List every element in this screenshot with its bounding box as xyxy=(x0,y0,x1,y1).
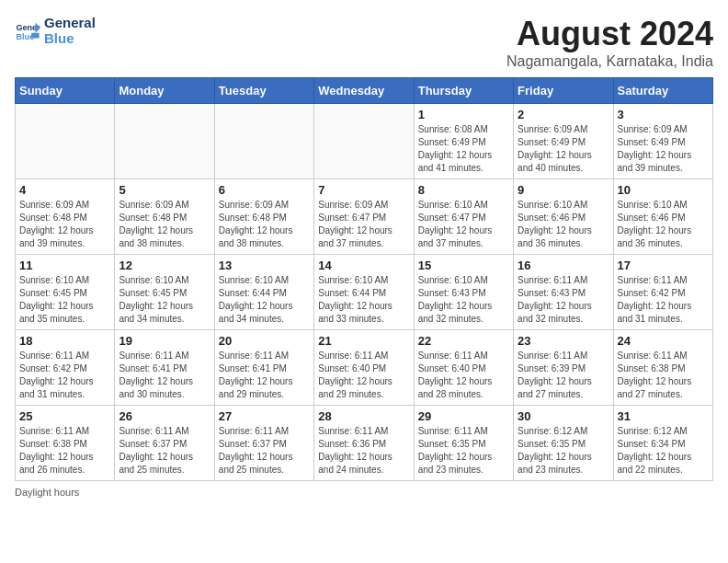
day-number: 30 xyxy=(518,409,609,423)
day-number: 12 xyxy=(119,259,210,272)
day-number: 4 xyxy=(19,183,110,197)
day-info: Sunrise: 6:11 AM Sunset: 6:41 PM Dayligh… xyxy=(219,350,310,401)
day-number: 9 xyxy=(518,183,609,197)
calendar-cell-2-4: 15Sunrise: 6:10 AM Sunset: 6:43 PM Dayli… xyxy=(414,255,513,330)
calendar-cell-0-2 xyxy=(214,104,313,179)
calendar-cell-1-4: 8Sunrise: 6:10 AM Sunset: 6:47 PM Daylig… xyxy=(414,179,513,255)
day-number: 10 xyxy=(618,183,709,197)
calendar-cell-3-3: 21Sunrise: 6:11 AM Sunset: 6:40 PM Dayli… xyxy=(314,330,414,406)
day-number: 11 xyxy=(19,259,110,272)
subtitle: Nagamangala, Karnataka, India xyxy=(506,53,713,70)
footer-note: Daylight hours xyxy=(15,487,713,498)
day-info: Sunrise: 6:09 AM Sunset: 6:48 PM Dayligh… xyxy=(19,199,110,250)
day-number: 19 xyxy=(119,334,210,348)
calendar-cell-3-2: 20Sunrise: 6:11 AM Sunset: 6:41 PM Dayli… xyxy=(214,330,313,406)
day-info: Sunrise: 6:11 AM Sunset: 6:42 PM Dayligh… xyxy=(618,274,709,326)
day-info: Sunrise: 6:09 AM Sunset: 6:47 PM Dayligh… xyxy=(318,199,409,250)
day-number: 1 xyxy=(418,108,509,121)
day-number: 29 xyxy=(418,409,509,423)
calendar-week-0: 1Sunrise: 6:08 AM Sunset: 6:49 PM Daylig… xyxy=(16,104,713,179)
calendar-header-tuesday: Tuesday xyxy=(214,78,313,104)
calendar-cell-0-3 xyxy=(314,104,414,179)
calendar-cell-3-4: 22Sunrise: 6:11 AM Sunset: 6:40 PM Dayli… xyxy=(414,330,513,406)
day-info: Sunrise: 6:11 AM Sunset: 6:36 PM Dayligh… xyxy=(318,425,409,477)
day-number: 6 xyxy=(219,183,310,197)
calendar-cell-1-6: 10Sunrise: 6:10 AM Sunset: 6:46 PM Dayli… xyxy=(613,179,712,255)
calendar-week-2: 11Sunrise: 6:10 AM Sunset: 6:45 PM Dayli… xyxy=(16,255,713,330)
calendar-cell-0-5: 2Sunrise: 6:09 AM Sunset: 6:49 PM Daylig… xyxy=(514,104,613,179)
day-number: 7 xyxy=(318,183,409,197)
day-info: Sunrise: 6:10 AM Sunset: 6:46 PM Dayligh… xyxy=(618,199,709,250)
logo-line1: General xyxy=(44,15,96,30)
logo-icon: General Blue xyxy=(15,17,40,43)
calendar-cell-4-2: 27Sunrise: 6:11 AM Sunset: 6:37 PM Dayli… xyxy=(214,406,313,481)
calendar-header-monday: Monday xyxy=(115,78,214,104)
day-number: 20 xyxy=(219,334,310,348)
day-info: Sunrise: 6:10 AM Sunset: 6:43 PM Dayligh… xyxy=(418,274,509,326)
day-number: 27 xyxy=(219,409,310,423)
day-info: Sunrise: 6:11 AM Sunset: 6:37 PM Dayligh… xyxy=(119,425,210,477)
calendar-cell-2-2: 13Sunrise: 6:10 AM Sunset: 6:44 PM Dayli… xyxy=(214,255,313,330)
calendar-table: SundayMondayTuesdayWednesdayThursdayFrid… xyxy=(15,77,713,481)
day-info: Sunrise: 6:11 AM Sunset: 6:35 PM Dayligh… xyxy=(418,425,509,477)
header: General Blue General Blue August 2024 Na… xyxy=(15,15,713,70)
calendar-cell-3-5: 23Sunrise: 6:11 AM Sunset: 6:39 PM Dayli… xyxy=(514,330,613,406)
calendar-cell-4-1: 26Sunrise: 6:11 AM Sunset: 6:37 PM Dayli… xyxy=(115,406,214,481)
day-number: 5 xyxy=(119,183,210,197)
calendar-cell-4-6: 31Sunrise: 6:12 AM Sunset: 6:34 PM Dayli… xyxy=(613,406,712,481)
calendar-cell-1-5: 9Sunrise: 6:10 AM Sunset: 6:46 PM Daylig… xyxy=(514,179,613,255)
day-info: Sunrise: 6:10 AM Sunset: 6:46 PM Dayligh… xyxy=(518,199,609,250)
day-info: Sunrise: 6:10 AM Sunset: 6:45 PM Dayligh… xyxy=(19,274,110,326)
day-info: Sunrise: 6:10 AM Sunset: 6:44 PM Dayligh… xyxy=(318,274,409,326)
calendar-cell-3-0: 18Sunrise: 6:11 AM Sunset: 6:42 PM Dayli… xyxy=(16,330,115,406)
day-info: Sunrise: 6:11 AM Sunset: 6:41 PM Dayligh… xyxy=(119,350,210,401)
calendar-cell-1-0: 4Sunrise: 6:09 AM Sunset: 6:48 PM Daylig… xyxy=(16,179,115,255)
day-info: Sunrise: 6:11 AM Sunset: 6:38 PM Dayligh… xyxy=(618,350,709,401)
calendar-header-row: SundayMondayTuesdayWednesdayThursdayFrid… xyxy=(16,78,713,104)
day-number: 13 xyxy=(219,259,310,272)
day-number: 21 xyxy=(318,334,409,348)
calendar-cell-1-3: 7Sunrise: 6:09 AM Sunset: 6:47 PM Daylig… xyxy=(314,179,414,255)
title-area: August 2024 Nagamangala, Karnataka, Indi… xyxy=(506,15,713,70)
calendar-cell-2-5: 16Sunrise: 6:11 AM Sunset: 6:43 PM Dayli… xyxy=(514,255,613,330)
calendar-cell-2-3: 14Sunrise: 6:10 AM Sunset: 6:44 PM Dayli… xyxy=(314,255,414,330)
day-number: 2 xyxy=(518,108,609,121)
calendar-cell-4-3: 28Sunrise: 6:11 AM Sunset: 6:36 PM Dayli… xyxy=(314,406,414,481)
calendar-cell-2-6: 17Sunrise: 6:11 AM Sunset: 6:42 PM Dayli… xyxy=(613,255,712,330)
logo: General Blue General Blue xyxy=(15,15,96,46)
calendar-week-3: 18Sunrise: 6:11 AM Sunset: 6:42 PM Dayli… xyxy=(16,330,713,406)
calendar-cell-0-4: 1Sunrise: 6:08 AM Sunset: 6:49 PM Daylig… xyxy=(414,104,513,179)
svg-text:Blue: Blue xyxy=(16,32,34,41)
calendar-cell-4-0: 25Sunrise: 6:11 AM Sunset: 6:38 PM Dayli… xyxy=(16,406,115,481)
day-info: Sunrise: 6:11 AM Sunset: 6:38 PM Dayligh… xyxy=(19,425,110,477)
day-info: Sunrise: 6:11 AM Sunset: 6:39 PM Dayligh… xyxy=(518,350,609,401)
logo-line2: Blue xyxy=(44,30,96,46)
calendar-cell-4-4: 29Sunrise: 6:11 AM Sunset: 6:35 PM Dayli… xyxy=(414,406,513,481)
calendar-header-wednesday: Wednesday xyxy=(314,78,414,104)
day-number: 23 xyxy=(518,334,609,348)
calendar-cell-1-1: 5Sunrise: 6:09 AM Sunset: 6:48 PM Daylig… xyxy=(115,179,214,255)
day-number: 25 xyxy=(19,409,110,423)
day-number: 3 xyxy=(618,108,709,121)
day-info: Sunrise: 6:08 AM Sunset: 6:49 PM Dayligh… xyxy=(418,123,509,175)
day-info: Sunrise: 6:10 AM Sunset: 6:44 PM Dayligh… xyxy=(219,274,310,326)
calendar-cell-4-5: 30Sunrise: 6:12 AM Sunset: 6:35 PM Dayli… xyxy=(514,406,613,481)
day-number: 8 xyxy=(418,183,509,197)
calendar-cell-2-0: 11Sunrise: 6:10 AM Sunset: 6:45 PM Dayli… xyxy=(16,255,115,330)
calendar-cell-0-1 xyxy=(115,104,214,179)
calendar-cell-3-1: 19Sunrise: 6:11 AM Sunset: 6:41 PM Dayli… xyxy=(115,330,214,406)
calendar-cell-3-6: 24Sunrise: 6:11 AM Sunset: 6:38 PM Dayli… xyxy=(613,330,712,406)
day-info: Sunrise: 6:09 AM Sunset: 6:49 PM Dayligh… xyxy=(618,123,709,175)
day-info: Sunrise: 6:09 AM Sunset: 6:49 PM Dayligh… xyxy=(518,123,609,175)
day-info: Sunrise: 6:10 AM Sunset: 6:45 PM Dayligh… xyxy=(119,274,210,326)
calendar-header-sunday: Sunday xyxy=(16,78,115,104)
calendar-cell-1-2: 6Sunrise: 6:09 AM Sunset: 6:48 PM Daylig… xyxy=(214,179,313,255)
calendar-header-thursday: Thursday xyxy=(414,78,513,104)
day-number: 17 xyxy=(618,259,709,272)
day-number: 24 xyxy=(618,334,709,348)
day-number: 26 xyxy=(119,409,210,423)
calendar-cell-0-0 xyxy=(16,104,115,179)
day-number: 15 xyxy=(418,259,509,272)
day-number: 16 xyxy=(518,259,609,272)
day-number: 18 xyxy=(19,334,110,348)
